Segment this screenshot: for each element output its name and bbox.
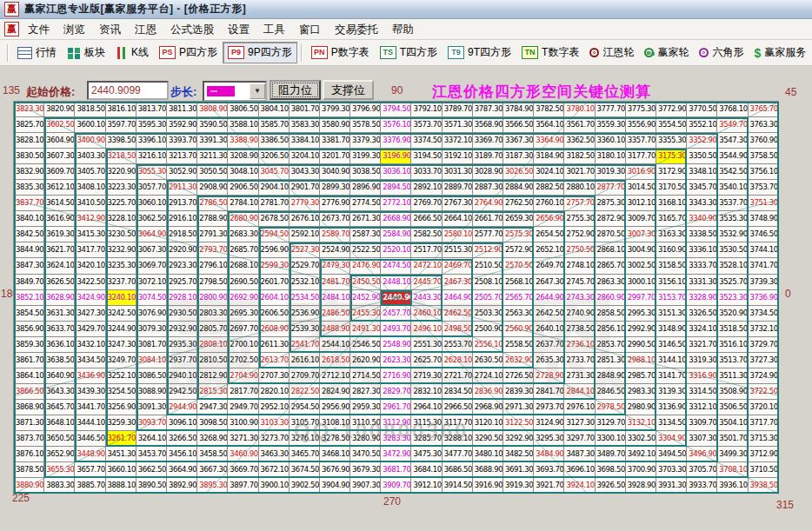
grid-cell: 3938.50 [749,478,779,494]
grid-cell: 3362.50 [564,133,595,149]
grid-cell: 3151.30 [656,306,687,322]
toolbar-button-板块[interactable]: 板块 [62,42,110,63]
menu-item-8[interactable]: 窗口 [292,21,328,38]
title-bar: 赢 赢家江恩专业版[赢家服务平台] - [价格正方形] [0,0,812,19]
toolbar-button-9P四方形[interactable]: P99P四方形 [223,42,297,63]
grid-cell: 3592.90 [167,117,197,133]
step-dropdown[interactable]: ▼ [203,81,267,102]
grid-cell: 3290.50 [473,431,503,447]
grid-cell: 2721.70 [443,368,473,384]
menu-item-10[interactable]: 帮助 [385,21,421,38]
grid-cell: 3482.50 [503,447,534,462]
grid-cell: 2808.10 [197,337,228,353]
toolbar-button-P数字表[interactable]: PNP数字表 [306,42,375,63]
grid-cell: 3218.50 [106,149,136,164]
grid-cell: 2546.50 [350,337,381,353]
grid-cell: 3715.30 [749,431,779,447]
toolbar-button-P四方形[interactable]: PSP四方形 [154,42,223,63]
grid-cell: 3009.70 [626,211,656,227]
grid-cell: 2894.50 [381,180,411,196]
toolbar-button-行情[interactable]: 行情 [12,42,62,63]
grid-cell: 2522.50 [350,242,381,258]
grid-cell: 3919.30 [503,478,534,494]
grid-cell: 2827.30 [350,384,381,400]
grid-cell: 2661.70 [473,211,503,227]
grid-cell: 3199.30 [350,149,381,164]
grid-cell: 3559.30 [596,117,626,133]
grid-cell: 2515.30 [443,242,473,258]
support-button[interactable]: 支撑位 [323,80,374,100]
grid-cell: 3835.30 [14,180,44,196]
grid-cell: 3283.30 [381,431,411,447]
grid-cell: 3816.10 [106,102,136,117]
menu-item-6[interactable]: 设置 [221,21,256,38]
grid-cell: 3192.10 [443,149,473,164]
grid-cell: 3230.50 [106,227,136,242]
menu-item-4[interactable]: 江恩 [128,21,163,38]
grid-cell: 3667.30 [197,462,228,478]
grid-cell: 3813.70 [136,102,167,117]
grid-cell: 3228.10 [106,211,136,227]
toolbar-button-T四方形[interactable]: TST四方形 [375,42,443,63]
grid-cell: 2498.50 [443,322,473,337]
grid-cell: 3542.50 [717,164,748,180]
grid-cell: 3602.50 [44,117,75,133]
grid-cell: 3369.70 [473,133,503,149]
grid-cell: 3122.50 [503,415,534,431]
chevron-down-icon[interactable]: ▼ [250,83,265,99]
start-price-label: 起始价格: [26,84,75,100]
toolbar-button-赢家服务[interactable]: $赢家服务 [749,42,811,63]
grid-cell: 2640.10 [534,322,564,337]
grid-cell: 2707.30 [259,368,290,384]
menu-item-7[interactable]: 工具 [256,21,292,38]
grid-cell: 3240.10 [106,290,136,306]
grid-cell: 2896.90 [350,180,381,196]
toolbar-button-六角形[interactable]: 六角形 [694,42,749,63]
toolbar-button-label: P数字表 [331,45,369,60]
grid-cell: 3244.90 [106,322,136,337]
grid-cell: 2839.30 [503,384,534,400]
grid-cell: 3729.70 [749,337,779,353]
grid-cell: 3211.30 [197,149,228,164]
toolbar-button-K线[interactable]: K线 [110,42,154,63]
grid-cell: 3280.90 [350,431,381,447]
grid-cell: 2599.30 [259,258,290,274]
menu-item-1[interactable]: 文件 [21,21,57,38]
grid-cell: 3698.50 [596,462,626,478]
grid-cell: 2858.50 [596,306,626,322]
grid-cell: 2928.10 [167,290,197,306]
badge-icon: T9 [448,46,464,59]
menu-item-9[interactable]: 交易委托 [328,21,385,38]
grid-cell: 2565.70 [503,290,534,306]
grid-cell: 3722.50 [749,384,779,400]
grid-cell: 3352.90 [687,133,717,149]
grid-cell: 3309.70 [687,415,717,431]
menu-item-3[interactable]: 资讯 [92,21,128,38]
toolbar-separator [7,44,9,62]
grid-cell: 3206.50 [259,149,290,164]
grid-cell: 2733.70 [564,353,595,368]
toolbar-button-赢家轮[interactable]: Big赢家轮 [639,42,694,63]
grid-cell: 3187.30 [503,149,534,164]
grid-cell: 2637.70 [534,337,564,353]
grid-cell: 3780.10 [564,102,595,117]
grid-cell: 3331.30 [687,275,717,290]
toolbar-button-label: K线 [131,45,149,60]
grid-cell: 3619.30 [44,227,75,242]
menu-item-2[interactable]: 浏览 [57,21,92,38]
resistance-button[interactable]: 阻力位 [270,80,321,100]
grid-cell: 3578.50 [350,117,381,133]
toolbar-button-9T四方形[interactable]: T99T四方形 [443,42,516,63]
toolbar-button-江恩轮[interactable]: 江恩轮 [584,42,639,63]
grid-cell: 3621.70 [44,242,75,258]
toolbar-button-T数字表[interactable]: TNT数字表 [516,42,584,63]
grid-cell: 2870.50 [596,227,626,242]
start-price-input[interactable] [87,81,169,100]
grid-cell: 3746.50 [749,227,779,242]
menu-item-5[interactable]: 公式选股 [163,21,221,38]
grid-cell: 2762.50 [503,196,534,211]
grid-cell: 3484.90 [534,447,564,462]
grid-cell: 3727.30 [749,353,779,368]
app-logo-icon: 赢 [4,2,19,17]
grid-cell: 2690.50 [228,275,258,290]
